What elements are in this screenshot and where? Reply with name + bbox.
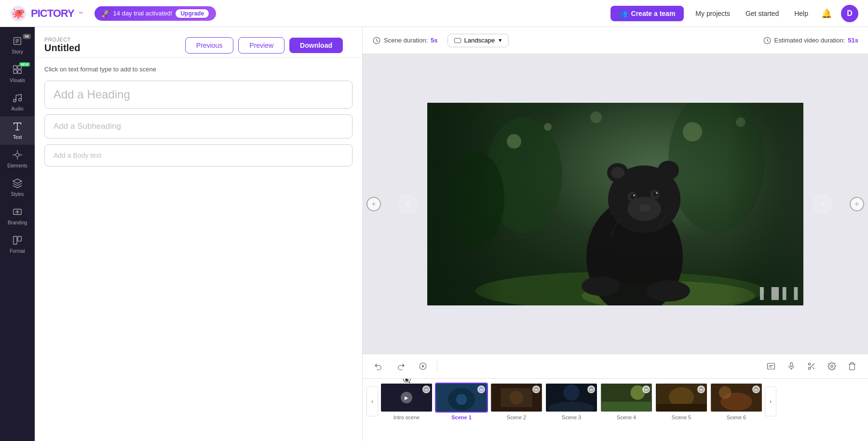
scene5-label: Scene 5 [672,414,691,420]
svg-line-58 [813,367,814,369]
scene-thumb-intro[interactable]: 👁️‍🗨️ ▶ Intro scene [380,383,433,420]
scene-thumb-5[interactable]: Scene 5 [655,383,708,420]
scene6-thumb-img [710,383,763,413]
svg-rect-80 [699,388,703,391]
trial-label: 14 day trial activated! [113,10,173,17]
scene6-stack-icon [752,386,760,393]
mic-button[interactable] [783,358,800,374]
get-started-link[interactable]: Get started [742,10,783,17]
scene2-label: Scene 2 [507,414,526,420]
preview-button[interactable]: Preview [238,37,285,54]
scene5-stack-icon [697,386,705,393]
project-title: Untitled [44,42,80,54]
svg-point-10 [14,99,16,102]
caption-button[interactable] [763,358,779,374]
scene1-stack-icon [477,386,485,393]
svg-rect-84 [754,388,758,391]
scene-thumb-4[interactable]: Scene 4 [600,383,653,420]
elements-label: Elements [7,164,27,168]
svg-rect-53 [790,363,793,367]
sidebar-item-branding[interactable]: Branding [0,202,35,230]
prev-scene-arrow[interactable]: ‹ [398,194,418,214]
estimated-duration: Estimated video duration: 51s [763,36,858,45]
trademark: ™ [79,11,83,16]
add-scene-left-button[interactable]: + [366,197,381,211]
topnav: 🐙 PICTORY ™ 🚀 14 day trial activated! Up… [0,0,868,27]
format-label: Format [10,249,25,254]
trial-badge[interactable]: 🚀 14 day trial activated! Upgrade [95,6,217,21]
format-icon [12,235,23,247]
sidebar-item-audio[interactable]: Audio [0,88,35,116]
scene3-stack-icon [587,386,595,393]
text-panel-hint: Click on text format type to add to scen… [44,66,353,73]
scene2-thumb-img [490,383,543,413]
svg-point-40 [653,192,658,196]
landscape-selector[interactable]: Landscape ▼ [448,34,509,47]
previous-button[interactable]: Previous [185,37,233,54]
sidebar-item-styles[interactable]: Styles [0,173,35,202]
next-scene-arrow[interactable]: › [813,194,832,214]
svg-point-26 [590,111,602,123]
scene-thumb-6[interactable]: Scene 6 [710,383,763,420]
my-projects-link[interactable]: My projects [692,10,734,17]
svg-rect-47 [726,103,803,305]
rocket-icon: 🚀 [101,9,110,18]
scene2-stack-icon [532,386,540,393]
download-button[interactable]: Download [289,38,343,53]
svg-rect-79 [657,404,706,412]
avatar[interactable]: D [841,5,858,22]
timeline-nav-left[interactable]: ‹ [366,386,378,416]
svg-point-41 [633,194,635,196]
add-scene-right-button[interactable]: + [850,197,864,211]
sidebar-item-visuals[interactable]: Visuals NEW [0,59,35,88]
sidebar-item-story[interactable]: Story 98 [0,31,35,59]
audio-wave-icon: ▌▐▌▌▐ [760,287,798,300]
heading-format-box[interactable]: Add a Heading [44,81,353,109]
redo-button[interactable] [393,358,409,374]
logo-area[interactable]: 🐙 PICTORY ™ [10,5,83,22]
play-button[interactable] [415,358,431,374]
sidebar: Story 98 Visuals NEW [0,27,35,441]
sidebar-item-text[interactable]: Text [0,116,35,145]
undo-button[interactable] [370,358,387,374]
svg-point-71 [563,385,580,401]
scene-thumb-1[interactable]: Scene 1 [435,383,488,420]
audio-icon [12,93,23,105]
intro-play-icon: ▶ [401,392,412,403]
create-team-button[interactable]: 👥 Create a team [610,6,684,21]
settings-button[interactable] [824,358,840,374]
project-label: Project [44,37,80,42]
svg-point-39 [631,194,636,199]
svg-point-67 [510,391,523,404]
svg-rect-8 [14,70,17,73]
notifications-icon[interactable]: 🔔 [820,7,833,20]
pictory-logo: 🐙 [10,5,27,22]
estimated-value: 51s [848,37,858,44]
sidebar-item-format[interactable]: Format [0,230,35,259]
svg-point-55 [808,363,811,365]
scissors-button[interactable] [803,358,820,374]
svg-rect-60 [424,388,428,391]
svg-rect-64 [479,388,483,391]
svg-line-57 [810,363,814,368]
sidebar-item-elements[interactable]: Elements [0,145,35,173]
scene4-thumb-img [600,383,653,413]
new-badge: NEW [19,62,30,67]
text-panel-content: Click on text format type to add to scen… [35,58,362,441]
svg-point-11 [19,98,22,101]
upgrade-button[interactable]: Upgrade [175,9,209,18]
project-actions: Previous Preview Download [185,37,353,54]
branding-icon [12,207,23,219]
body-format-box[interactable]: Add a Body text [44,144,353,166]
delete-button[interactable] [844,358,860,374]
toolbar-right [763,358,860,374]
svg-point-25 [544,123,552,131]
landscape-icon [454,37,461,44]
styles-icon [12,178,23,190]
subheading-format-box[interactable]: Add a Subheading [44,114,353,138]
help-link[interactable]: Help [790,10,812,17]
timeline-nav-right[interactable]: › [765,386,776,416]
scene-thumb-2[interactable]: Scene 2 [490,383,543,420]
canvas-wrapper: ‹ [427,103,803,305]
scene-thumb-3[interactable]: Scene 3 [545,383,598,420]
